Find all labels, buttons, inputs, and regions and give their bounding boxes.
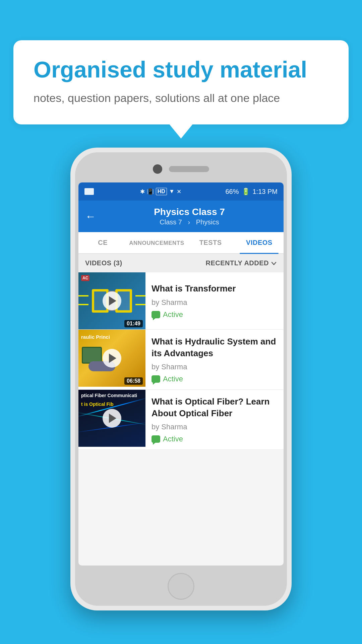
tab-ce[interactable]: CE xyxy=(78,232,127,253)
sort-button[interactable]: RECENTLY ADDED xyxy=(205,259,277,267)
breadcrumb-subject: Physics xyxy=(196,218,219,226)
thumbnail-bg-optical: ptical Fiber Communicati t is Optical Fi… xyxy=(78,390,145,447)
video-item-transformer[interactable]: AC 01:49 What is Transformer by Sharma A… xyxy=(78,272,284,330)
status-bar: ✱ 📳 HD ▼ ✕ 66% 🔋 1:13 PM xyxy=(78,182,284,201)
video-duration-transformer: 01:49 xyxy=(124,320,143,327)
hd-badge: HD xyxy=(156,188,167,195)
thumbnail-hydraulic: raulic Princi 06:58 xyxy=(78,330,145,387)
status-middle-icons: ✱ 📳 HD ▼ ✕ xyxy=(140,188,181,195)
video-item-optical[interactable]: ptical Fiber Communicati t is Optical Fi… xyxy=(78,390,284,450)
thumbnail-optical-text-1: ptical Fiber Communicati xyxy=(78,392,145,398)
video-item-hydraulic[interactable]: raulic Princi 06:58 What is Hydraulic Sy… xyxy=(78,330,284,390)
bluetooth-icon: ✱ xyxy=(140,188,145,195)
vibrate-icon: 📳 xyxy=(147,188,154,195)
header-title-area: Physics Class 7 Class 7 › Physics xyxy=(102,207,277,226)
thumbnail-transformer: AC 01:49 xyxy=(78,272,145,329)
back-button[interactable]: ← xyxy=(85,210,96,223)
chat-icon-optical xyxy=(152,435,160,443)
phone-screen: ✱ 📳 HD ▼ ✕ 66% 🔋 1:13 PM ← Physics xyxy=(78,182,284,566)
app-header: ← Physics Class 7 Class 7 › Physics xyxy=(78,201,284,232)
thumbnail-label-ac: AC xyxy=(81,275,89,281)
video-info-transformer: What is Transformer by Sharma Active xyxy=(145,272,284,329)
video-duration-hydraulic: 06:58 xyxy=(124,377,143,385)
tabs-bar: CE ANNOUNCEMENTS TESTS VIDEOS xyxy=(78,232,284,254)
signal-icon: ✕ xyxy=(177,188,181,195)
chat-icon-hydraulic xyxy=(152,375,160,383)
phone-inner: ✱ 📳 HD ▼ ✕ 66% 🔋 1:13 PM ← Physics xyxy=(75,152,287,606)
phone-home-button[interactable] xyxy=(168,573,194,600)
tab-videos[interactable]: VIDEOS xyxy=(235,232,284,253)
phone-camera-icon xyxy=(153,164,162,174)
chat-icon-transformer xyxy=(152,311,160,318)
videos-count: VIDEOS (3) xyxy=(85,259,122,267)
screen-content: ← Physics Class 7 Class 7 › Physics CE xyxy=(78,201,284,566)
breadcrumb-class: Class 7 xyxy=(160,218,182,226)
battery-percent: 66% xyxy=(225,188,239,196)
video-info-hydraulic: What is Hydraulic System and its Advanta… xyxy=(145,330,284,389)
thumbnail-optical: ptical Fiber Communicati t is Optical Fi… xyxy=(78,390,145,447)
video-title-optical: What is Optical Fiber? Learn About Optic… xyxy=(152,396,278,419)
video-title-hydraulic: What is Hydraulic System and its Advanta… xyxy=(152,336,278,359)
status-right: 66% 🔋 1:13 PM xyxy=(225,187,278,196)
play-button-optical[interactable] xyxy=(103,409,121,428)
video-status-hydraulic: Active xyxy=(152,375,278,383)
video-author-optical: by Sharma xyxy=(152,423,278,431)
notification-icon xyxy=(84,188,94,195)
battery-icon: 🔋 xyxy=(242,187,250,196)
wifi-icon: ▼ xyxy=(169,188,175,195)
chevron-down-icon xyxy=(271,260,277,266)
play-button-hydraulic[interactable] xyxy=(103,349,121,368)
header-breadcrumb: Class 7 › Physics xyxy=(102,218,277,226)
breadcrumb-separator: › xyxy=(188,218,190,226)
time-display: 1:13 PM xyxy=(253,188,278,196)
play-button-transformer[interactable] xyxy=(103,291,121,310)
thumbnail-hydraulic-text: raulic Princi xyxy=(78,334,145,340)
phone-speaker xyxy=(169,166,209,172)
phone-top-bar xyxy=(78,156,284,182)
bubble-subtitle: notes, question papers, solutions all at… xyxy=(34,90,328,106)
phone-frame: ✱ 📳 HD ▼ ✕ 66% 🔋 1:13 PM ← Physics xyxy=(70,148,292,610)
tab-tests[interactable]: TESTS xyxy=(186,232,235,253)
video-info-optical: What is Optical Fiber? Learn About Optic… xyxy=(145,390,284,449)
videos-list-header: VIDEOS (3) RECENTLY ADDED xyxy=(78,254,284,272)
video-status-transformer: Active xyxy=(152,310,278,319)
video-author-transformer: by Sharma xyxy=(152,298,278,307)
header-main-title: Physics Class 7 xyxy=(102,207,277,217)
speech-bubble: Organised study material notes, question… xyxy=(13,40,349,124)
tab-announcements[interactable]: ANNOUNCEMENTS xyxy=(127,232,186,253)
video-title-transformer: What is Transformer xyxy=(152,283,278,294)
video-author-hydraulic: by Sharma xyxy=(152,363,278,371)
video-status-optical: Active xyxy=(152,435,278,443)
status-left-icons xyxy=(84,188,96,195)
speech-bubble-area: Organised study material notes, question… xyxy=(13,40,349,124)
bubble-title: Organised study material xyxy=(34,57,328,82)
